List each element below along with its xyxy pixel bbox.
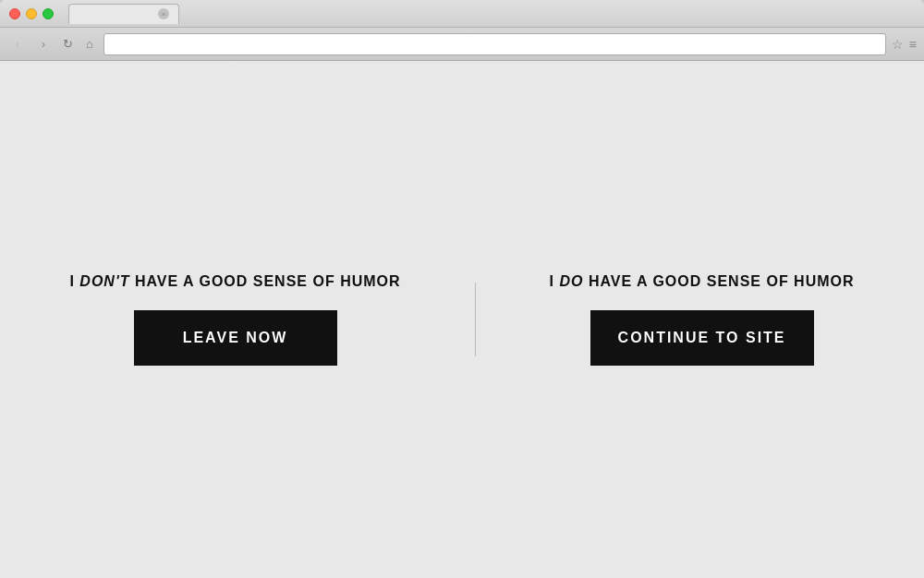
back-icon: ‹: [16, 37, 19, 51]
browser-tab[interactable]: ×: [68, 4, 179, 24]
browser-window: × ‹ › ↻ ⌂ ☆ ≡ I DON'T HAVE A GOOD SENSE …: [0, 0, 924, 578]
right-label-italic: DO: [559, 273, 583, 289]
tab-close-button[interactable]: ×: [158, 8, 169, 19]
browser-toolbar: ‹ › ↻ ⌂ ☆ ≡: [0, 28, 924, 61]
left-label-suffix: HAVE A GOOD SENSE OF HUMOR: [129, 273, 400, 289]
bookmark-icon[interactable]: ☆: [892, 37, 904, 52]
minimize-button[interactable]: [26, 8, 37, 19]
leave-now-label: LEAVE NOW: [183, 330, 288, 346]
forward-button[interactable]: ›: [33, 34, 54, 54]
home-button[interactable]: ⌂: [81, 36, 98, 53]
browser-titlebar: ×: [0, 0, 924, 28]
leave-now-button[interactable]: LEAVE NOW: [134, 310, 337, 366]
menu-icon[interactable]: ≡: [909, 37, 917, 52]
right-label-suffix: HAVE A GOOD SENSE OF HUMOR: [583, 273, 854, 289]
continue-to-site-label: CONTINUE TO SITE: [618, 330, 786, 346]
choice-divider: [475, 283, 476, 356]
page-container: I DON'T HAVE A GOOD SENSE OF HUMOR LEAVE…: [69, 273, 854, 366]
left-choice-block: I DON'T HAVE A GOOD SENSE OF HUMOR LEAVE…: [69, 273, 400, 366]
forward-icon: ›: [42, 37, 45, 51]
close-button[interactable]: [9, 8, 20, 19]
refresh-icon: ↻: [63, 37, 73, 51]
tab-close-icon: ×: [162, 10, 166, 18]
refresh-button[interactable]: ↻: [59, 36, 76, 53]
address-bar[interactable]: [103, 33, 886, 55]
continue-to-site-button[interactable]: CONTINUE TO SITE: [590, 310, 814, 366]
left-choice-label: I DON'T HAVE A GOOD SENSE OF HUMOR: [69, 273, 400, 290]
left-label-italic: DON'T: [79, 273, 129, 289]
left-label-prefix: I: [69, 273, 79, 289]
maximize-button[interactable]: [43, 8, 54, 19]
home-icon: ⌂: [86, 37, 93, 51]
right-choice-block: I DO HAVE A GOOD SENSE OF HUMOR CONTINUE…: [550, 273, 855, 366]
right-label-prefix: I: [550, 273, 560, 289]
browser-content: I DON'T HAVE A GOOD SENSE OF HUMOR LEAVE…: [0, 61, 924, 578]
back-button[interactable]: ‹: [7, 34, 28, 54]
right-choice-label: I DO HAVE A GOOD SENSE OF HUMOR: [550, 273, 855, 290]
